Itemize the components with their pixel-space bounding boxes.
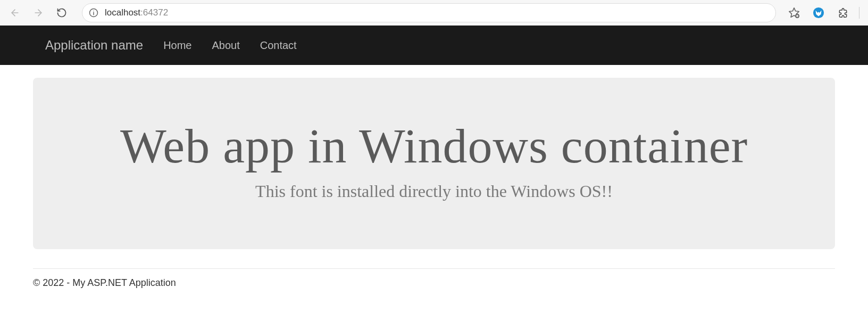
star-plus-icon [788, 7, 800, 19]
site-info-icon[interactable] [89, 8, 98, 18]
hero-subtitle: This font is installed directly into the… [44, 182, 824, 201]
hero-title: Web app in Windows container [44, 120, 824, 172]
footer-divider [33, 268, 835, 269]
favorite-button[interactable] [786, 4, 803, 21]
info-icon [89, 8, 98, 18]
address-bar[interactable]: localhost:64372 [82, 3, 776, 22]
browser-toolbar: localhost:64372 [0, 0, 868, 26]
forward-button[interactable] [29, 3, 48, 22]
nav-link-home[interactable]: Home [163, 39, 191, 52]
profile-button[interactable] [810, 4, 827, 21]
puzzle-icon [838, 7, 848, 18]
navbar-brand[interactable]: Application name [45, 38, 143, 53]
page-footer: © 2022 - My ASP.NET Application [0, 277, 868, 289]
extensions-button[interactable] [834, 4, 852, 21]
reload-button[interactable] [52, 3, 71, 22]
toolbar-right-icons [780, 4, 863, 21]
url-port: :64372 [140, 7, 168, 18]
nav-link-contact[interactable]: Contact [260, 39, 297, 52]
fox-profile-icon [813, 7, 824, 19]
back-button[interactable] [5, 3, 24, 22]
toolbar-divider [859, 7, 859, 19]
url-host: localhost [105, 7, 140, 18]
footer-text: © 2022 - My ASP.NET Application [33, 277, 835, 289]
site-navbar: Application name Home About Contact [0, 26, 868, 65]
main-content: Web app in Windows container This font i… [0, 65, 868, 249]
arrow-right-icon [33, 7, 44, 18]
reload-icon [56, 7, 67, 18]
url-text: localhost:64372 [105, 7, 168, 18]
arrow-left-icon [10, 7, 20, 18]
svg-point-4 [93, 10, 94, 11]
nav-link-about[interactable]: About [212, 39, 239, 52]
hero-jumbotron: Web app in Windows container This font i… [33, 78, 835, 249]
